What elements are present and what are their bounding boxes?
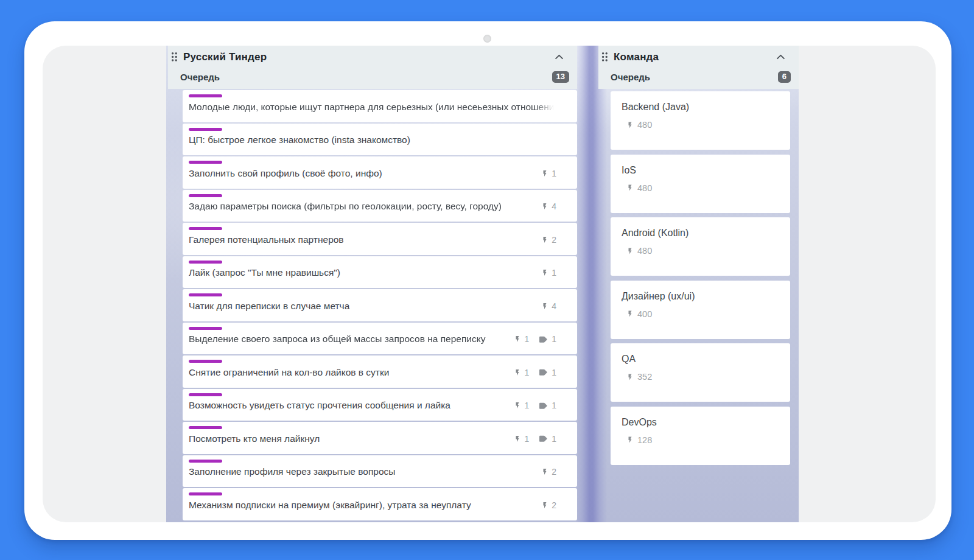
card[interactable]: Снятие ограничений на кол-во лайков в су…	[183, 355, 577, 388]
card[interactable]: Молодые люди, которые ищут партнера для …	[183, 90, 577, 122]
lightning-bolt-icon	[626, 435, 634, 444]
lightning-bolt-icon	[626, 121, 634, 130]
card[interactable]: Посмотреть кто меня лайкнул 1 1	[183, 422, 577, 454]
card-list-team: Backend (Java) 480 IoS 480 Android (Kotl…	[611, 91, 790, 465]
card-list-russian-tinder: Молодые люди, которые ищут партнера для …	[183, 90, 577, 520]
lightning-bolt-icon	[541, 268, 548, 277]
effort-metric: 4	[541, 201, 556, 211]
lightning-bolt-icon	[626, 309, 634, 318]
effort-metric: 480	[626, 120, 782, 130]
card-color-label	[189, 360, 222, 363]
card[interactable]: Дизайнер (ux/ui) 400	[611, 281, 790, 339]
column-title: Команда	[614, 51, 659, 63]
card[interactable]: Backend (Java) 480	[611, 91, 790, 150]
column-team: Команда Очередь 6	[598, 46, 799, 89]
column-header: Команда Очередь 6	[598, 46, 799, 89]
card-title: Заполнить свой профиль (своё фото, инфо)	[189, 166, 536, 179]
collapse-column-button[interactable]	[776, 54, 785, 60]
card-title: Заполнение профиля через закрытые вопрос…	[189, 464, 536, 477]
card[interactable]: Заполнение профиля через закрытые вопрос…	[183, 455, 577, 488]
card[interactable]: Лайк (запрос "Ты мне нравишься") 1	[183, 256, 577, 289]
card[interactable]: DevOps 128	[611, 407, 790, 465]
card-title: ЦП: быстрое легкое знакомство (insta зна…	[189, 133, 556, 145]
grip-dots-icon[interactable]	[601, 52, 608, 62]
card-title: Выделение своего запроса из общей массы …	[189, 332, 509, 345]
card-count-badge: 6	[778, 71, 791, 83]
lightning-bolt-icon	[541, 467, 548, 476]
card[interactable]: Выделение своего запроса из общей массы …	[183, 323, 577, 355]
app-screen: Русский Тиндер Очередь 13 Молодые люди, …	[43, 46, 936, 522]
lightning-bolt-icon	[626, 373, 634, 382]
card-color-label	[189, 293, 222, 296]
lightning-bolt-icon	[541, 501, 548, 509]
lightning-bolt-icon	[514, 435, 521, 443]
effort-metric: 480	[626, 246, 782, 256]
card[interactable]: QA 352	[611, 343, 790, 402]
card-title: IoS	[622, 165, 782, 176]
effort-metric: 480	[626, 183, 782, 193]
card[interactable]: Чатик для переписки в случае метча 4	[183, 289, 577, 321]
card-color-label	[189, 94, 222, 97]
card[interactable]: Возможность увидеть статус прочтения соо…	[183, 389, 577, 421]
tag-icon	[538, 402, 548, 410]
column-russian-tinder: Русский Тиндер Очередь 13	[168, 46, 577, 89]
chevron-up-icon	[555, 54, 564, 60]
card-color-label	[189, 460, 222, 463]
tags-metric: 1	[538, 368, 556, 377]
card-color-label	[189, 492, 222, 495]
camera-dot-icon	[483, 35, 491, 43]
tag-icon	[538, 335, 548, 343]
effort-metric: 352	[626, 372, 782, 382]
card-title: Снятие ограничений на кол-во лайков в су…	[189, 365, 509, 378]
lane-name: Очередь	[611, 72, 650, 82]
grip-dots-icon[interactable]	[171, 52, 178, 62]
collapse-column-button[interactable]	[555, 54, 564, 60]
effort-metric: 1	[514, 334, 529, 344]
column-title: Русский Тиндер	[183, 51, 267, 63]
card[interactable]: Механизм подписки на премиум (эквайринг)…	[183, 488, 577, 520]
lightning-bolt-icon	[541, 169, 548, 178]
card-title: QA	[622, 354, 782, 365]
card-title: Задаю параметры поиска (фильтры по геоло…	[189, 199, 536, 212]
effort-metric: 128	[626, 435, 782, 445]
card[interactable]: Заполнить свой профиль (своё фото, инфо)…	[183, 156, 577, 189]
card-title: Галерея потенциальных партнеров	[189, 233, 536, 245]
card-title: Молодые люди, которые ищут партнера для …	[189, 100, 556, 113]
effort-metric: 2	[541, 235, 556, 245]
card-title: Дизайнер (ux/ui)	[622, 291, 782, 302]
effort-metric: 4	[541, 301, 556, 311]
card-color-label	[189, 393, 222, 396]
card-color-label	[189, 161, 222, 164]
lightning-bolt-icon	[541, 302, 548, 310]
tablet-frame: Русский Тиндер Очередь 13 Молодые люди, …	[24, 21, 951, 540]
card-color-label	[189, 128, 222, 131]
card-color-label	[189, 327, 222, 330]
card-title: Возможность увидеть статус прочтения соо…	[189, 398, 509, 411]
card[interactable]: Задаю параметры поиска (фильтры по геоло…	[183, 190, 577, 222]
effort-metric: 1	[514, 434, 529, 444]
effort-metric: 1	[541, 169, 556, 178]
tags-metric: 1	[538, 334, 556, 344]
lightning-bolt-icon	[514, 368, 521, 377]
card[interactable]: Галерея потенциальных партнеров 2	[183, 223, 577, 255]
effort-metric: 1	[514, 368, 529, 377]
tags-metric: 1	[538, 434, 556, 444]
card[interactable]: IoS 480	[611, 155, 790, 213]
card[interactable]: Android (Kotlin) 480	[611, 217, 790, 276]
lightning-bolt-icon	[541, 236, 548, 244]
card-title: DevOps	[622, 417, 782, 428]
lightning-bolt-icon	[514, 401, 521, 410]
effort-metric: 2	[541, 467, 556, 477]
chevron-up-icon	[776, 54, 785, 60]
card-title: Посмотреть кто меня лайкнул	[189, 432, 509, 444]
lightning-bolt-icon	[626, 247, 634, 256]
lightning-bolt-icon	[626, 183, 634, 192]
card-color-label	[189, 261, 222, 264]
card-title: Android (Kotlin)	[622, 228, 782, 239]
tag-icon	[538, 435, 548, 443]
effort-metric: 1	[514, 401, 529, 410]
card-color-label	[189, 227, 222, 230]
card[interactable]: ЦП: быстрое легкое знакомство (insta зна…	[183, 124, 577, 156]
lightning-bolt-icon	[541, 202, 548, 211]
lightning-bolt-icon	[514, 335, 521, 343]
